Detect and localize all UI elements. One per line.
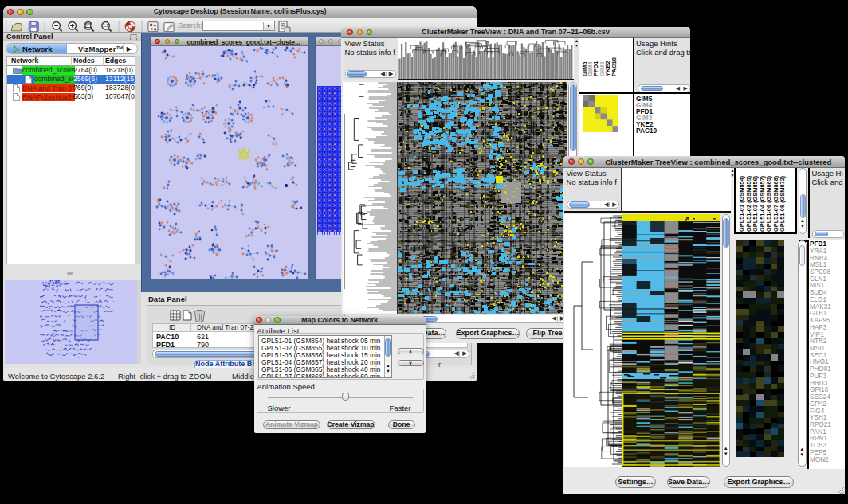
svg-text:1:1: 1:1: [103, 23, 109, 28]
